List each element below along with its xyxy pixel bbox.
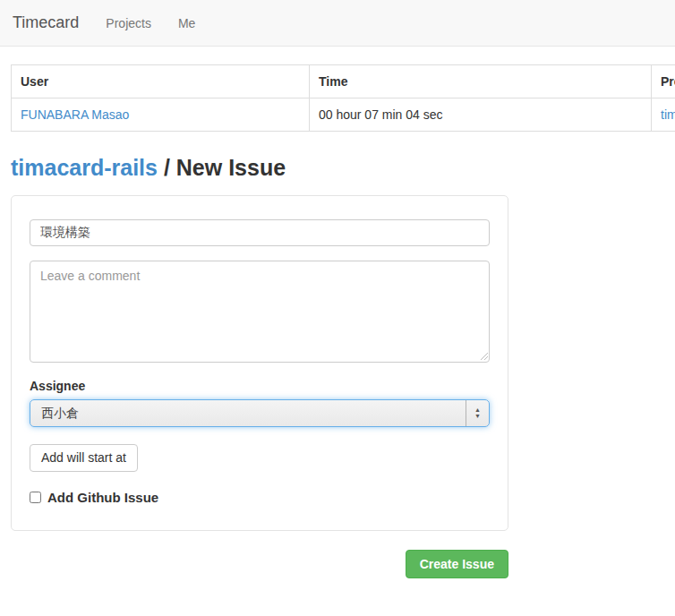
- table-header-row: User Time Project: [12, 65, 675, 98]
- assignee-select[interactable]: 西小倉 ▲▼: [30, 399, 490, 427]
- page-title: timacard-rails / New Issue: [11, 155, 675, 181]
- github-issue-checkbox-label: Add Github Issue: [47, 490, 158, 505]
- assignee-label: Assignee: [30, 379, 490, 393]
- comment-textarea[interactable]: [30, 261, 490, 363]
- time-entries-table: User Time Project FUNABARA Masao 00 hour…: [11, 64, 675, 132]
- comment-textarea-wrap: [30, 261, 490, 363]
- column-header-project: Project: [652, 65, 675, 98]
- project-link[interactable]: timacard-rails: [661, 107, 675, 122]
- user-link[interactable]: FUNABARA Masao: [21, 107, 129, 122]
- time-value: 00 hour 07 min 04 sec: [319, 107, 443, 122]
- project-name-link[interactable]: timacard-rails: [11, 155, 158, 180]
- github-issue-checkbox[interactable]: [30, 492, 41, 503]
- nav-item-me[interactable]: Me: [165, 16, 209, 30]
- navbar: Timecard Projects Me: [0, 0, 675, 47]
- column-header-user: User: [12, 65, 310, 98]
- new-issue-form-panel: Assignee 西小倉 ▲▼ Add will start at Add Gi…: [11, 195, 508, 531]
- time-entries-table-wrap: User Time Project FUNABARA Masao 00 hour…: [11, 64, 675, 132]
- issue-title-input[interactable]: [30, 219, 490, 246]
- navbar-brand[interactable]: Timecard: [0, 13, 92, 32]
- form-actions: Create Issue: [11, 550, 508, 578]
- table-row: FUNABARA Masao 00 hour 07 min 04 sec tim…: [12, 98, 675, 132]
- github-issue-checkbox-row[interactable]: Add Github Issue: [30, 490, 490, 505]
- select-stepper-icon: ▲▼: [466, 400, 489, 426]
- page-title-suffix: / New Issue: [164, 155, 286, 180]
- add-will-start-at-button[interactable]: Add will start at: [30, 444, 138, 472]
- nav-item-projects[interactable]: Projects: [92, 16, 165, 30]
- create-issue-button[interactable]: Create Issue: [406, 550, 508, 578]
- column-header-time: Time: [310, 65, 652, 98]
- assignee-selected-value: 西小倉: [30, 400, 466, 426]
